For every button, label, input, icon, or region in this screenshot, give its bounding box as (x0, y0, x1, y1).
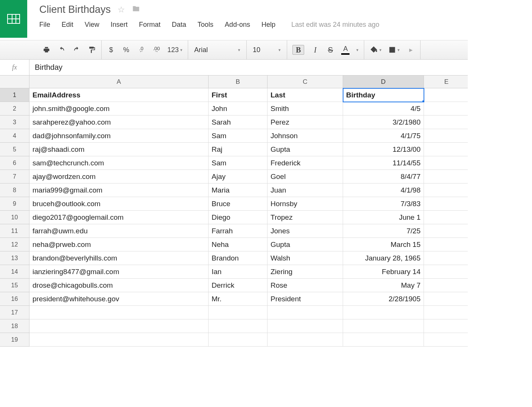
italic-button[interactable]: I (311, 45, 319, 55)
cell-C8[interactable]: Juan (268, 183, 343, 197)
row-head-12[interactable]: 12 (0, 238, 29, 251)
cell-D16[interactable]: 2/28/1905 (343, 292, 424, 306)
cell-D17[interactable] (343, 306, 424, 319)
cell-D12[interactable]: March 15 (343, 238, 424, 251)
folder-icon[interactable] (132, 5, 140, 15)
cell-E4[interactable] (424, 129, 468, 143)
cell-E11[interactable] (424, 224, 468, 238)
cell-B12[interactable]: Neha (209, 238, 268, 251)
menu-format[interactable]: Format (139, 21, 161, 29)
borders-button[interactable]: ▾ (388, 45, 400, 55)
cell-B16[interactable]: Mr. (209, 292, 268, 306)
menu-insert[interactable]: Insert (111, 21, 128, 29)
row-head-1[interactable]: 1 (0, 88, 29, 102)
cell-D6[interactable]: 11/14/55 (343, 156, 424, 170)
number-format-button[interactable]: 123▾ (167, 45, 182, 55)
cell-B3[interactable]: Sarah (209, 116, 268, 129)
cell-B13[interactable]: Brandon (209, 251, 268, 265)
cell-C4[interactable]: Johnson (268, 129, 343, 143)
cell-E8[interactable] (424, 183, 468, 197)
cell-A5[interactable]: raj@shaadi.com (29, 143, 209, 156)
cell-A2[interactable]: john.smith@google.com (29, 102, 209, 116)
row-head-4[interactable]: 4 (0, 129, 29, 143)
bold-button[interactable]: B (292, 45, 304, 55)
sheets-logo[interactable] (0, 0, 27, 38)
cell-E10[interactable] (424, 211, 468, 224)
decrease-decimal-button[interactable]: .0← (137, 45, 145, 55)
cell-D14[interactable]: February 14 (343, 265, 424, 279)
cell-E7[interactable] (424, 170, 468, 183)
cell-D11[interactable]: 7/25 (343, 224, 424, 238)
col-head-C[interactable]: C (268, 76, 343, 88)
cell-B8[interactable]: Maria (209, 183, 268, 197)
menu-file[interactable]: File (39, 21, 50, 29)
document-title[interactable]: Client Birthdays (39, 4, 111, 15)
cell-E16[interactable] (424, 292, 468, 306)
row-head-7[interactable]: 7 (0, 170, 29, 183)
cell-B7[interactable]: Ajay (209, 170, 268, 183)
cell-A12[interactable]: neha@prweb.com (29, 238, 209, 251)
cell-B4[interactable]: Sam (209, 129, 268, 143)
menu-edit[interactable]: Edit (62, 21, 73, 29)
cell-A1[interactable]: EmailAddress (29, 88, 209, 102)
row-head-17[interactable]: 17 (0, 306, 29, 319)
redo-icon[interactable] (73, 45, 81, 55)
paint-format-icon[interactable] (88, 45, 96, 55)
cell-A19[interactable] (29, 333, 209, 347)
cell-A4[interactable]: dad@johnsonfamily.com (29, 129, 209, 143)
row-head-5[interactable]: 5 (0, 143, 29, 156)
cell-A11[interactable]: farrah@uwm.edu (29, 224, 209, 238)
cell-D8[interactable]: 4/1/98 (343, 183, 424, 197)
cell-B14[interactable]: Ian (209, 265, 268, 279)
cell-A3[interactable]: sarahperez@yahoo.com (29, 116, 209, 129)
cell-A10[interactable]: diego2017@googlemail.com (29, 211, 209, 224)
cell-D10[interactable]: June 1 (343, 211, 424, 224)
font-size-select[interactable]: 10 ▾ (247, 40, 287, 59)
cell-E9[interactable] (424, 197, 468, 211)
cell-C11[interactable]: Jones (268, 224, 343, 238)
cell-A14[interactable]: ianziering8477@gmail.com (29, 265, 209, 279)
cell-C2[interactable]: Smith (268, 102, 343, 116)
row-head-15[interactable]: 15 (0, 279, 29, 292)
spreadsheet-grid[interactable]: ABCDE1EmailAddressFirstLastBirthday2john… (0, 76, 468, 347)
cell-C6[interactable]: Frederick (268, 156, 343, 170)
cell-E14[interactable] (424, 265, 468, 279)
row-head-18[interactable]: 18 (0, 319, 29, 333)
percent-button[interactable]: % (122, 45, 130, 55)
cell-D4[interactable]: 4/1/75 (343, 129, 424, 143)
cell-E6[interactable] (424, 156, 468, 170)
formula-input[interactable]: Birthday (29, 63, 468, 72)
cell-C1[interactable]: Last (268, 88, 343, 102)
cell-E17[interactable] (424, 306, 468, 319)
cell-D9[interactable]: 7/3/83 (343, 197, 424, 211)
cell-A6[interactable]: sam@techcrunch.com (29, 156, 209, 170)
increase-decimal-button[interactable]: .00→ (152, 45, 161, 55)
col-head-D[interactable]: D (343, 76, 424, 88)
cell-E2[interactable] (424, 102, 468, 116)
cell-C18[interactable] (268, 319, 343, 333)
cell-D15[interactable]: May 7 (343, 279, 424, 292)
cell-C15[interactable]: Rose (268, 279, 343, 292)
cell-B19[interactable] (209, 333, 268, 347)
text-color-caret-icon[interactable]: ▾ (356, 48, 359, 52)
cell-C16[interactable]: President (268, 292, 343, 306)
cell-C9[interactable]: Hornsby (268, 197, 343, 211)
fill-color-button[interactable]: ▾ (370, 45, 382, 55)
cell-D3[interactable]: 3/2/1980 (343, 116, 424, 129)
row-head-3[interactable]: 3 (0, 116, 29, 129)
strikethrough-button[interactable]: S (326, 45, 334, 55)
cell-D1[interactable]: Birthday (343, 88, 424, 102)
row-head-2[interactable]: 2 (0, 102, 29, 116)
cell-B15[interactable]: Derrick (209, 279, 268, 292)
cell-A9[interactable]: bruceh@outlook.com (29, 197, 209, 211)
cell-C19[interactable] (268, 333, 343, 347)
cell-E3[interactable] (424, 116, 468, 129)
text-color-button[interactable]: A (341, 45, 350, 55)
row-head-6[interactable]: 6 (0, 156, 29, 170)
cell-D2[interactable]: 4/5 (343, 102, 424, 116)
cell-E1[interactable] (424, 88, 468, 102)
menu-data[interactable]: Data (172, 21, 186, 29)
cell-D19[interactable] (343, 333, 424, 347)
row-head-11[interactable]: 11 (0, 224, 29, 238)
cell-E15[interactable] (424, 279, 468, 292)
